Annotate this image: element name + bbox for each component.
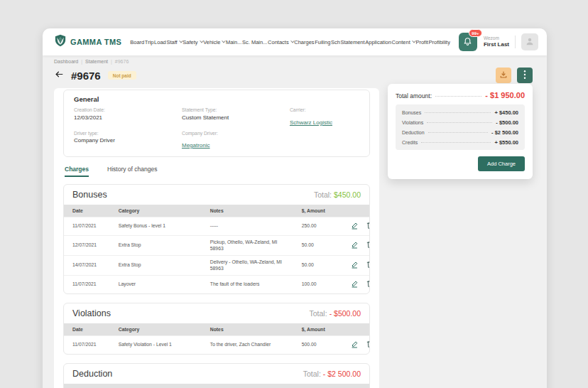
column-header-category: Category [113, 384, 205, 388]
back-button[interactable] [54, 70, 65, 81]
column-header-amount: $, Amount [296, 384, 339, 388]
column-header-actions [339, 205, 369, 217]
cell-category: Safety Bonus - level 1 [113, 217, 205, 236]
table-header-row: DateCategoryNotes$, Amount [64, 323, 369, 336]
section-card-violations: ViolationsTotal:- $500.00DateCategoryNot… [63, 303, 370, 355]
nav-item-board[interactable]: Board [130, 39, 144, 45]
section-total: Total:- $500.00 [310, 309, 361, 318]
edit-button[interactable] [351, 279, 359, 290]
note-line: To the driver, Zach Chandler [210, 342, 290, 348]
nav-item-profit[interactable]: Profit [415, 39, 428, 45]
statement-panel: General Creation Date:12/03/2021Statemen… [54, 88, 379, 388]
breakdown-row-credits: Credits+ $550.00 [402, 137, 518, 147]
breakdown-value: - $500.00 [496, 119, 518, 126]
kebab-menu-icon [523, 70, 526, 82]
edit-button[interactable] [351, 340, 359, 350]
brand-logo[interactable]: GAMMA TMS [54, 34, 121, 50]
section-header: BonusesTotal:$450.00 [64, 185, 369, 205]
field-value: 12/03/2021 [74, 114, 182, 121]
nav-item-sch[interactable]: Sch [331, 39, 340, 45]
title-row: #9676 Not paid [54, 67, 533, 84]
tabs: ChargesHistory of changes [65, 166, 369, 177]
charge-sections: BonusesTotal:$450.00DateCategoryNotes$, … [63, 184, 370, 388]
note-line: ----- [210, 223, 290, 230]
nav-item-contacts[interactable]: Contacts [268, 39, 294, 45]
breakdown-value: + $450.00 [494, 109, 518, 116]
nav-item-application[interactable]: Application [365, 39, 391, 45]
edit-button[interactable] [351, 260, 359, 271]
download-button[interactable] [496, 68, 511, 83]
breadcrumb: Dashboard|Statement|#9676 [54, 59, 533, 64]
nav-item-safety[interactable]: Safety [183, 39, 202, 45]
nav-item-charges[interactable]: Charges [294, 39, 314, 45]
dotted-leader [428, 132, 489, 133]
edit-button[interactable] [351, 221, 359, 232]
nav-item-profibility[interactable]: Profibility [428, 39, 450, 45]
charges-table: DateCategoryNotes$, Amount11/07/2021Safe… [64, 205, 369, 293]
tab-charges[interactable]: Charges [65, 166, 89, 177]
table-row: 14/07/2021Extra StopDelivery - Othello, … [64, 256, 369, 276]
tab-history-of-changes[interactable]: History of changes [107, 166, 157, 177]
breadcrumb-separator: | [111, 59, 112, 64]
section-total-value: - $2 500.00 [323, 370, 361, 378]
status-badge: Not paid [108, 71, 136, 80]
cell-actions [339, 256, 369, 276]
delete-button[interactable] [366, 279, 370, 290]
field-label: Company Driver: [182, 131, 290, 136]
cell-amount: 500.00 [296, 336, 339, 355]
breadcrumb-item-statement[interactable]: Statement [85, 59, 108, 64]
delete-button[interactable] [366, 221, 370, 232]
add-charge-button[interactable]: Add Charge [478, 156, 525, 171]
trash-icon [366, 240, 370, 251]
column-header-date: Date [64, 323, 113, 336]
cell-actions [339, 236, 369, 256]
delete-button[interactable] [366, 260, 370, 271]
breakdown-label: Credits [402, 140, 418, 145]
nav-item-staff[interactable]: Staff [166, 39, 182, 45]
more-actions-button[interactable] [517, 68, 533, 83]
section-title: Deduction [72, 369, 112, 379]
cell-actions [339, 217, 369, 236]
edit-button[interactable] [351, 240, 359, 251]
pencil-icon [351, 260, 359, 271]
user-info[interactable]: Wezom First Last [484, 36, 509, 48]
cell-category: Layover [113, 276, 205, 294]
nav-item-trip[interactable]: Trip [145, 39, 154, 45]
app-window: GAMMA TMS BoardTripLoadStaffSafetyVehicl… [43, 28, 547, 388]
field-value-link[interactable]: Megatronic [182, 142, 210, 149]
pencil-icon [351, 279, 359, 290]
nav-item-main[interactable]: Main... [226, 39, 242, 45]
section-card-bonuses: BonusesTotal:$450.00DateCategoryNotes$, … [63, 184, 370, 294]
table-row: 11/07/2021Safety Bonus - level 1-----250… [64, 217, 369, 236]
column-header-category: Category [113, 205, 205, 217]
dotted-leader [425, 112, 491, 113]
page-content: Dashboard|Statement|#9676 #9676 Not paid [43, 55, 547, 388]
download-icon [499, 70, 508, 81]
nav-item-content[interactable]: Content [392, 39, 415, 45]
general-card-title: General [74, 96, 359, 103]
nav-item-fuiling[interactable]: Fuiling [315, 39, 330, 45]
column-header-actions [339, 323, 369, 336]
avatar[interactable] [521, 33, 538, 50]
dotted-leader [421, 142, 491, 143]
nav-item-statement[interactable]: Statement [340, 39, 364, 45]
delete-button[interactable] [366, 340, 370, 350]
section-total: Total:$450.00 [314, 190, 361, 199]
breakdown-label: Violations [402, 120, 423, 125]
total-amount-label: Total amount: [396, 92, 432, 99]
field-value-link[interactable]: Schwarz Logistic [290, 119, 332, 126]
breadcrumb-item-dashboard[interactable]: Dashboard [54, 59, 78, 64]
column-header-category: Category [113, 323, 205, 336]
section-title: Violations [72, 308, 111, 318]
main-nav: BoardTripLoadStaffSafetyVehicleMain...Sc… [130, 39, 450, 45]
cell-category: Extra Stop [113, 256, 205, 276]
main-row: General Creation Date:12/03/2021Statemen… [54, 88, 533, 388]
nav-item-load[interactable]: Load [154, 39, 166, 45]
nav-item-vehicle[interactable]: Vehicle [203, 39, 225, 45]
totals-breakdown: Bonuses+ $450.00Violations- $500.00Deduc… [396, 104, 525, 150]
table-header-row: DateCategoryNotes$, Amount [64, 384, 369, 388]
cell-notes: To the driver, Zach Chandler [205, 336, 296, 355]
cell-date: 11/07/2021 [64, 336, 113, 355]
delete-button[interactable] [366, 240, 370, 251]
nav-item-sc-main[interactable]: Sc. Main... [242, 39, 267, 45]
